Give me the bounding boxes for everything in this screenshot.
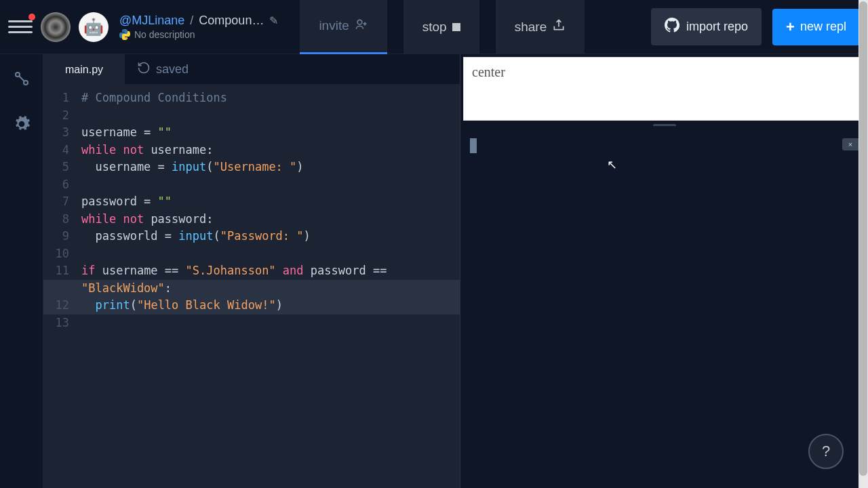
line-number: 11 [43, 262, 81, 280]
main-area: main.py saved 1# Compound Conditions 2 3… [0, 54, 868, 488]
python-icon [119, 29, 130, 40]
import-repo-button[interactable]: import repo [651, 8, 762, 45]
stop-button[interactable]: stop [403, 0, 479, 54]
line-number: 4 [43, 142, 81, 159]
code-editor[interactable]: 1# Compound Conditions 2 3username = "" … [43, 84, 460, 488]
line-number: 1 [43, 89, 81, 107]
right-pane: center × [460, 54, 868, 488]
line-number: 9 [43, 228, 81, 245]
repl-description: No description [134, 29, 195, 40]
invite-button[interactable]: invite [300, 0, 387, 54]
scrollbar-thumb[interactable] [859, 1, 867, 476]
line-number: 12 [43, 297, 81, 314]
edit-pencil-icon[interactable]: ✎ [269, 14, 278, 27]
line-number: 2 [43, 107, 81, 125]
replit-logo-icon[interactable] [41, 12, 71, 42]
terminal-cursor [470, 138, 477, 153]
new-repl-button[interactable]: + new repl [772, 9, 860, 45]
line-number: 5 [43, 159, 81, 176]
line-number [43, 280, 81, 298]
add-user-icon [355, 18, 368, 35]
plus-icon: + [786, 18, 795, 36]
restore-icon [137, 61, 151, 78]
share-button[interactable]: share [496, 0, 585, 54]
line-number: 7 [43, 193, 81, 211]
pane-resize-handle[interactable] [460, 121, 868, 129]
tab-main-py[interactable]: main.py [43, 54, 125, 84]
line-number: 8 [43, 211, 81, 228]
page-scrollbar[interactable] [859, 0, 868, 488]
line-number: 6 [43, 176, 81, 194]
editor-pane: main.py saved 1# Compound Conditions 2 3… [43, 54, 460, 488]
console-terminal[interactable]: × [460, 129, 868, 488]
save-status: saved [137, 61, 189, 78]
line-number: 13 [43, 314, 81, 332]
menu-button[interactable] [8, 15, 33, 39]
help-button[interactable]: ? [808, 434, 844, 469]
repl-name[interactable]: Compoun… [199, 14, 264, 28]
stop-icon [452, 23, 460, 31]
line-number: 3 [43, 124, 81, 142]
tab-bar: main.py saved [43, 54, 460, 84]
svg-point-0 [357, 20, 362, 24]
avatar[interactable]: 🤖 [79, 12, 108, 42]
owner-link[interactable]: @MJLinane [119, 14, 184, 28]
line-number: 10 [43, 245, 81, 263]
left-sidebar [0, 54, 43, 488]
title-separator: / [190, 14, 193, 28]
version-control-icon[interactable] [14, 70, 30, 91]
share-icon [552, 18, 566, 35]
repl-title-block: @MJLinane/Compoun… ✎ No description [119, 14, 278, 40]
header-bar: 🤖 @MJLinane/Compoun… ✎ No description in… [0, 0, 868, 54]
clear-console-button[interactable]: × [842, 138, 859, 150]
notification-dot [28, 14, 35, 20]
github-icon [665, 18, 679, 36]
output-preview[interactable]: center [463, 57, 865, 121]
settings-gear-icon[interactable] [13, 115, 31, 137]
